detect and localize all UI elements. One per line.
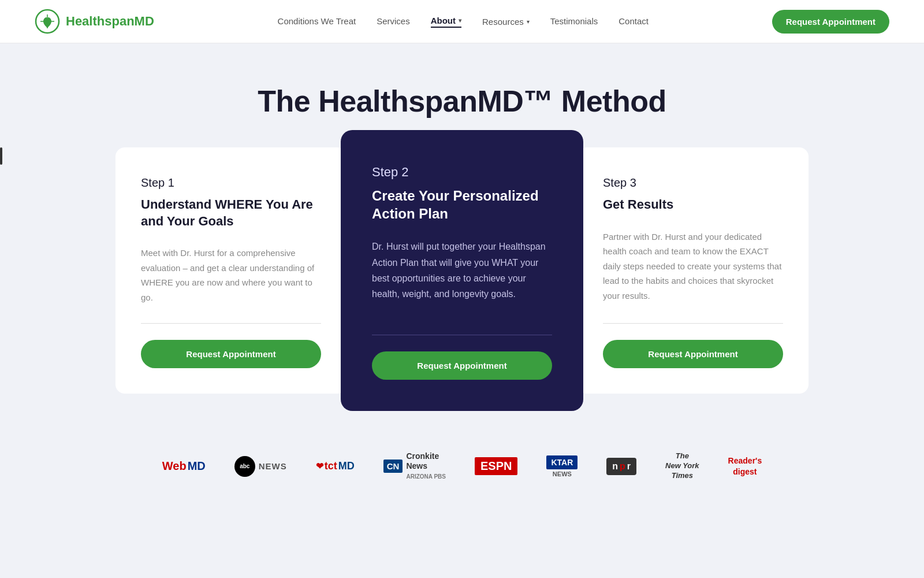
navbar: HealthspanMD Conditions We Treat Service…	[0, 0, 924, 43]
nav-item-about[interactable]: About ▾	[431, 16, 461, 28]
step-3-label: Step 3	[603, 176, 783, 190]
logo[interactable]: HealthspanMD	[35, 9, 154, 34]
webmd-logo: WebMD	[162, 460, 206, 473]
tctmd-logo: ❤ tct MD	[316, 460, 355, 472]
step-2-heading: Create Your Personalized Action Plan	[372, 187, 552, 223]
section-title: The HealthspanMD™ Method	[35, 84, 889, 118]
step-3-heading: Get Results	[603, 197, 783, 213]
step-2-request-button[interactable]: Request Appointment	[372, 351, 552, 380]
scrollbar-indicator	[0, 147, 2, 165]
nav-item-services[interactable]: Services	[377, 16, 410, 27]
nav-item-resources[interactable]: Resources ▾	[482, 17, 530, 27]
nav-item-conditions[interactable]: Conditions We Treat	[278, 16, 356, 27]
nav-item-testimonials[interactable]: Testimonials	[550, 16, 598, 27]
abcnews-logo: abc NEWS	[234, 456, 287, 477]
cronkitenews-logo: CN CronkiteNewsARIZONA PBS	[383, 451, 446, 480]
step-2-label: Step 2	[372, 165, 552, 180]
nav-request-appointment-button[interactable]: Request Appointment	[772, 10, 889, 34]
step-1-body: Meet with Dr. Hurst for a comprehensive …	[141, 246, 321, 305]
nytimes-logo: TheNew YorkTimes	[665, 451, 699, 481]
main-content: The HealthspanMD™ Method Step 1 Understa…	[0, 43, 924, 428]
step-1-request-button[interactable]: Request Appointment	[141, 340, 321, 368]
media-logos-bar: WebMD abc NEWS ❤ tct MD CN CronkiteNewsA…	[0, 428, 924, 504]
readersdigest-logo: Reader'sdigest	[728, 455, 762, 476]
about-chevron-icon: ▾	[459, 17, 461, 24]
step-1-heading: Understand WHERE You Are and Your Goals	[141, 197, 321, 229]
step-1-card: Step 1 Understand WHERE You Are and Your…	[116, 147, 346, 394]
step-3-request-button[interactable]: Request Appointment	[603, 340, 783, 368]
step-1-divider	[141, 323, 321, 324]
step-2-body: Dr. Hurst will put together your Healths…	[372, 239, 552, 316]
npr-logo: npr	[606, 458, 636, 475]
logo-icon	[35, 9, 60, 34]
step-3-divider	[603, 323, 783, 324]
resources-chevron-icon: ▾	[527, 18, 530, 25]
nav-item-contact[interactable]: Contact	[619, 16, 649, 27]
logo-text: HealthspanMD	[66, 14, 154, 29]
espn-logo: ESPN	[475, 457, 517, 475]
step-3-card: Step 3 Get Results Partner with Dr. Hurs…	[578, 147, 808, 394]
step-2-card: Step 2 Create Your Personalized Action P…	[341, 130, 583, 411]
nav-links: Conditions We Treat Services About ▾ Res…	[278, 16, 649, 28]
step-1-label: Step 1	[141, 176, 321, 190]
ktar-logo: KTAR NEWS	[546, 455, 578, 477]
step-3-body: Partner with Dr. Hurst and your dedicate…	[603, 229, 783, 305]
step-2-divider	[372, 335, 552, 335]
cards-container: Step 1 Understand WHERE You Are and Your…	[116, 147, 808, 394]
